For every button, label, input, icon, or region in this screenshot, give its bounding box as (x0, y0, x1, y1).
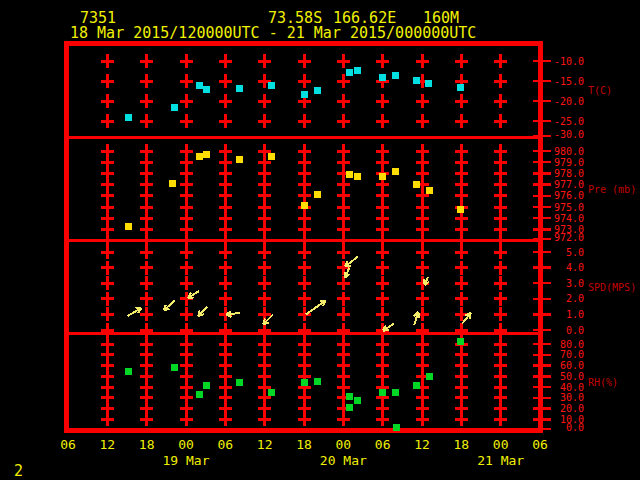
temp-point (171, 104, 178, 111)
y-tick-label: 50.0 (560, 371, 584, 382)
temp-point (425, 80, 432, 87)
rh-point (314, 378, 321, 385)
y-tick-label: 0.0 (566, 325, 584, 336)
temp-point (268, 82, 275, 89)
wind-arrow-head (424, 279, 425, 285)
date-label: 20 Mar (320, 453, 367, 468)
panel-label: T(C) (588, 85, 612, 96)
y-tick-label: 976.0 (554, 190, 584, 201)
temp-point (413, 77, 420, 84)
rh-point (268, 389, 275, 396)
temp-point (236, 85, 243, 92)
y-tick-label: -30.0 (554, 129, 584, 140)
pressure-point (314, 191, 321, 198)
x-tick-label: 12 (100, 437, 116, 452)
y-tick-label: 5.0 (566, 247, 584, 258)
temp-point (314, 87, 321, 94)
y-tick-label: -15.0 (554, 76, 584, 87)
pressure-point (379, 173, 386, 180)
x-tick-label: 06 (375, 437, 391, 452)
pressure-point (413, 181, 420, 188)
rh-point (393, 424, 400, 431)
x-tick-label: 06 (218, 437, 234, 452)
rh-point (354, 397, 361, 404)
y-tick-label: 30.0 (560, 392, 584, 403)
x-tick-label: 12 (257, 437, 273, 452)
y-tick-label: 972.0 (554, 232, 584, 243)
rh-point (301, 379, 308, 386)
y-tick-label: 980.0 (554, 146, 584, 157)
pressure-point (346, 171, 353, 178)
y-tick-label: 20.0 (560, 403, 584, 414)
x-tick-label: 06 (532, 437, 548, 452)
pressure-point (457, 206, 464, 213)
rh-point (413, 382, 420, 389)
pressure-point (125, 223, 132, 230)
rh-point (171, 364, 178, 371)
meteogram-screen: { "header": { "station_id": "7351", "lat… (0, 0, 640, 480)
x-tick-label: 00 (493, 437, 509, 452)
temp-point (354, 67, 361, 74)
y-tick-label: 978.0 (554, 168, 584, 179)
temp-point (125, 114, 132, 121)
temp-point (457, 84, 464, 91)
y-tick-label: 40.0 (560, 382, 584, 393)
meteogram-plot: 7351 73.58S 166.62E 160M 18 Mar 2015/120… (0, 0, 640, 480)
wind-arrow-head (470, 313, 471, 319)
temp-point (379, 74, 386, 81)
pressure-point (169, 180, 176, 187)
pressure-point (301, 202, 308, 209)
y-tick-label: 975.0 (554, 202, 584, 213)
y-tick-label: 4.0 (566, 262, 584, 273)
temp-point (196, 82, 203, 89)
y-tick-label: 979.0 (554, 157, 584, 168)
rh-point (426, 373, 433, 380)
time-period: 18 Mar 2015/120000UTC - 21 Mar 2015/0000… (70, 24, 476, 42)
pressure-point (203, 151, 210, 158)
page-number: 2 (14, 462, 23, 480)
y-tick-label: -25.0 (554, 116, 584, 127)
y-tick-label: 977.0 (554, 179, 584, 190)
y-tick-label: 60.0 (560, 360, 584, 371)
x-tick-label: 12 (414, 437, 430, 452)
y-tick-label: 974.0 (554, 213, 584, 224)
temp-point (203, 86, 210, 93)
temp-point (392, 72, 399, 79)
rh-point (196, 391, 203, 398)
x-tick-label: 00 (336, 437, 352, 452)
panel-label: Pre (mb) (588, 184, 636, 195)
wind-arrow-shaft (306, 301, 326, 315)
rh-point (457, 338, 464, 345)
rh-point (392, 389, 399, 396)
pressure-point (426, 187, 433, 194)
x-tick-label: 18 (296, 437, 312, 452)
date-label: 19 Mar (163, 453, 210, 468)
rh-point (379, 389, 386, 396)
rh-point (346, 393, 353, 400)
rh-point (236, 379, 243, 386)
temp-point (301, 91, 308, 98)
rh-point (346, 404, 353, 411)
pressure-point (392, 168, 399, 175)
x-tick-label: 18 (139, 437, 155, 452)
wind-arrow-head (418, 312, 419, 318)
y-tick-label: -20.0 (554, 96, 584, 107)
pressure-point (236, 156, 243, 163)
y-tick-label: 2.0 (566, 293, 584, 304)
pressure-point (354, 173, 361, 180)
rh-point (203, 382, 210, 389)
panel-label: SPD(MPS) (588, 282, 636, 293)
y-tick-label: 70.0 (560, 349, 584, 360)
wind-arrow-head (198, 310, 199, 316)
x-tick-label: 18 (454, 437, 470, 452)
y-tick-label: -10.0 (554, 56, 584, 67)
y-tick-label: 0.0 (566, 422, 584, 433)
x-tick-label: 00 (178, 437, 194, 452)
y-tick-label: 80.0 (560, 339, 584, 350)
pressure-point (268, 153, 275, 160)
panel-label: RH(%) (588, 377, 618, 388)
temp-point (346, 69, 353, 76)
wind-arrow-head (344, 272, 345, 278)
rh-point (125, 368, 132, 375)
y-tick-label: 3.0 (566, 278, 584, 289)
